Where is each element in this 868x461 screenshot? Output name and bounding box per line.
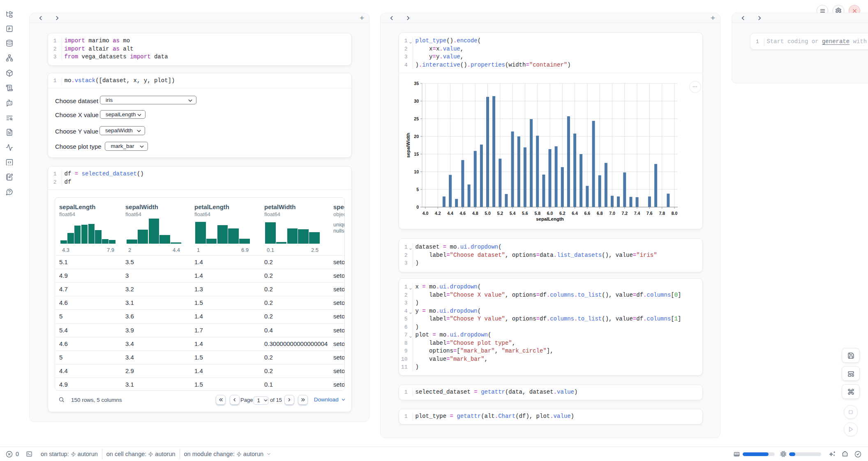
svg-text:5.6: 5.6 [522,211,528,216]
svg-text:20: 20 [414,134,419,139]
svg-text:4.2: 4.2 [435,211,441,216]
svg-text:8.0: 8.0 [672,211,678,216]
svg-text:0: 0 [416,205,419,210]
svg-text:7.0: 7.0 [609,211,615,216]
svg-text:15: 15 [414,152,419,157]
svg-text:5.8: 5.8 [534,211,540,216]
svg-text:5: 5 [416,187,419,192]
svg-text:7.6: 7.6 [646,211,653,216]
svg-text:6.2: 6.2 [559,211,566,216]
svg-text:6.4: 6.4 [572,211,578,216]
svg-text:30: 30 [414,99,419,104]
svg-text:5.0: 5.0 [485,211,491,216]
svg-text:6.0: 6.0 [547,211,553,216]
svg-text:4.0: 4.0 [422,211,429,216]
svg-text:5.2: 5.2 [497,211,503,216]
svg-text:7.2: 7.2 [621,211,628,216]
svg-text:25: 25 [414,116,419,121]
svg-text:sepalLength: sepalLength [536,217,564,221]
svg-text:7.4: 7.4 [634,211,640,216]
svg-text:sepalWidth: sepalWidth [406,133,411,158]
svg-text:4.6: 4.6 [460,211,466,216]
svg-text:10: 10 [414,169,419,174]
svg-text:4.4: 4.4 [447,211,453,216]
svg-text:5.4: 5.4 [510,211,516,216]
svg-text:7.8: 7.8 [659,211,665,216]
svg-text:4.8: 4.8 [472,211,478,216]
svg-text:6.6: 6.6 [584,211,591,216]
svg-text:35: 35 [414,81,419,86]
svg-text:6.8: 6.8 [597,211,603,216]
